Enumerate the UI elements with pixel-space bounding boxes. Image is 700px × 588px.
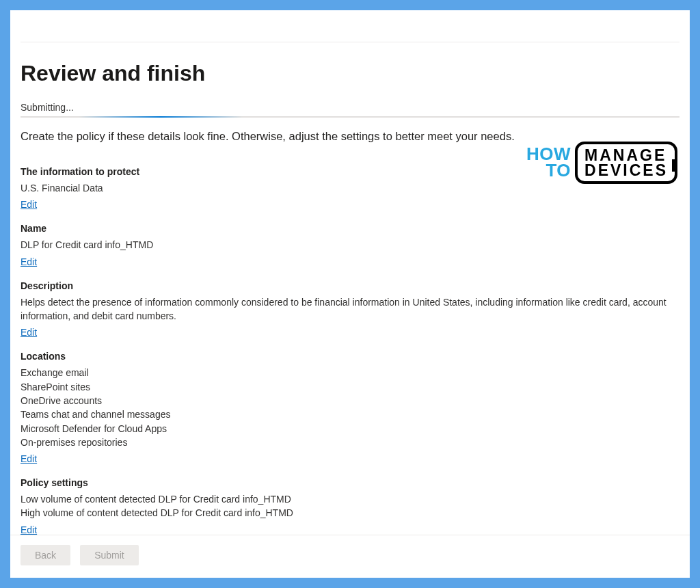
- edit-link-locations[interactable]: Edit: [21, 453, 37, 464]
- section-label: Locations: [21, 351, 679, 362]
- branding-logo: HOW TO MANAGE DEVICES: [526, 142, 677, 184]
- back-button[interactable]: Back: [21, 545, 70, 565]
- edit-link-protect[interactable]: Edit: [21, 199, 37, 210]
- edit-link-description[interactable]: Edit: [21, 327, 37, 338]
- wizard-footer: Back Submit: [10, 535, 690, 578]
- policy-setting-item: High volume of content detected DLP for …: [21, 506, 679, 520]
- logo-howto: HOW TO: [526, 146, 571, 179]
- edit-link-policy-settings[interactable]: Edit: [21, 524, 37, 535]
- policy-settings-list: Low volume of content detected DLP for C…: [21, 492, 679, 520]
- policy-setting-item: Low volume of content detected DLP for C…: [21, 492, 679, 506]
- location-item: Microsoft Defender for Cloud Apps: [21, 422, 679, 436]
- wizard-content: Review and finish Submitting... Create t…: [10, 10, 690, 535]
- locations-list: Exchange email SharePoint sites OneDrive…: [21, 366, 679, 449]
- edit-link-name[interactable]: Edit: [21, 256, 37, 267]
- location-item: SharePoint sites: [21, 380, 679, 394]
- section-description: Description Helps detect the presence of…: [21, 280, 679, 339]
- section-value: Helps detect the presence of information…: [21, 295, 679, 323]
- wizard-panel: Review and finish Submitting... Create t…: [10, 10, 690, 578]
- logo-manage-devices: MANAGE DEVICES: [575, 142, 677, 184]
- section-policy-settings: Policy settings Low volume of content de…: [21, 477, 679, 535]
- section-label: Description: [21, 280, 679, 291]
- submit-button[interactable]: Submit: [80, 545, 139, 565]
- page-title: Review and finish: [21, 62, 679, 85]
- top-divider: [21, 42, 679, 42]
- section-value: DLP for Credit card info_HTMD: [21, 238, 679, 252]
- section-label: Policy settings: [21, 477, 679, 488]
- section-label: Name: [21, 223, 679, 234]
- progress-bar: [21, 116, 679, 118]
- location-item: Teams chat and channel messages: [21, 407, 679, 421]
- section-locations: Locations Exchange email SharePoint site…: [21, 351, 679, 465]
- location-item: OneDrive accounts: [21, 394, 679, 407]
- section-name: Name DLP for Credit card info_HTMD Edit: [21, 223, 679, 267]
- location-item: Exchange email: [21, 366, 679, 379]
- status-text: Submitting...: [21, 102, 679, 113]
- location-item: On-premises repositories: [21, 436, 679, 449]
